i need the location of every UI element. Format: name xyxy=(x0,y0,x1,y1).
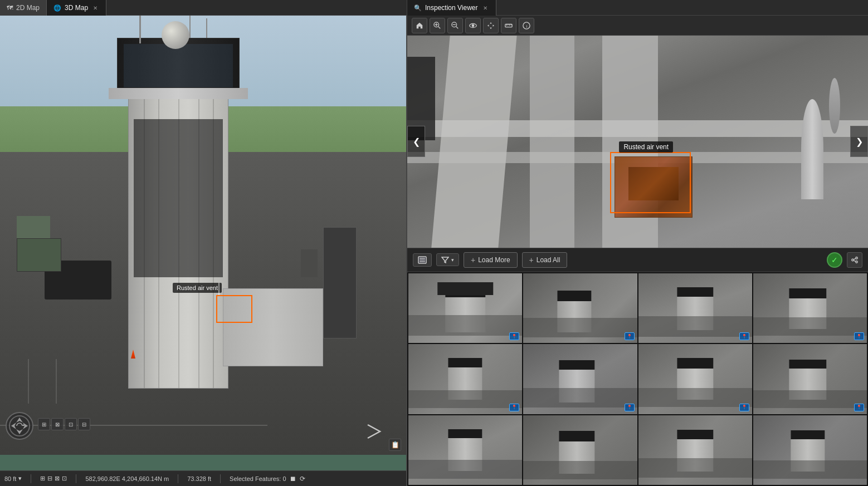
map-tool-2[interactable]: ⊠ xyxy=(51,418,64,430)
home-button[interactable] xyxy=(412,18,427,33)
load-all-label: Load All xyxy=(537,256,560,264)
nav-prev-button[interactable]: ❮ xyxy=(407,126,425,157)
map-2d-icon: 🗺 xyxy=(7,4,13,11)
svg-point-24 xyxy=(856,261,858,263)
svg-point-10 xyxy=(472,24,474,27)
feature-status: Selected Features: 0 ⏹ ⟳ xyxy=(230,475,305,483)
tab-3d-map-label: 3D Map xyxy=(65,4,88,12)
scale-dropdown[interactable]: ▾ xyxy=(18,475,22,482)
thumb-icon-1: 📍 xyxy=(509,332,519,340)
refresh-icon[interactable]: ⟳ xyxy=(300,475,305,483)
svg-text:i: i xyxy=(526,23,528,28)
thumbnail-9[interactable] xyxy=(408,415,522,485)
tab-inspection-viewer-label: Inspection Viewer xyxy=(425,4,478,12)
notes-icon[interactable]: 📋 xyxy=(389,439,401,451)
tab-inspection-viewer-close[interactable]: ✕ xyxy=(481,4,489,12)
svg-point-22 xyxy=(856,257,858,259)
tab-3d-map-close[interactable]: ✕ xyxy=(91,4,99,12)
svg-line-3 xyxy=(438,26,441,28)
map-tools: ⊞ ⊠ ⊡ ⊟ xyxy=(38,418,90,430)
thumbnail-grid: 📍 📍 📍 xyxy=(407,272,868,487)
thumbnail-1[interactable]: 📍 xyxy=(408,273,522,343)
thumbnail-12[interactable] xyxy=(753,415,867,485)
coordinates-value: 582,960.82E 4,204,660.14N m xyxy=(85,475,169,482)
status-bar: 80 ft ▾ ⊞ ⊟ ⊠ ⊡ 582,960.82E 4,204,660.14… xyxy=(0,470,407,486)
map-3d-icon: 🌐 xyxy=(53,4,61,12)
thumbnail-11[interactable] xyxy=(638,415,752,485)
thumbnail-2[interactable]: 📍 xyxy=(523,273,637,343)
scale-item: 80 ft ▾ xyxy=(4,475,22,482)
thumb-icon-8: 📍 xyxy=(854,404,864,411)
share-button[interactable] xyxy=(847,252,862,268)
3d-map-panel: Rusted air vent xyxy=(0,16,407,486)
svg-point-23 xyxy=(852,259,854,261)
map-tool-3[interactable]: ⊡ xyxy=(65,418,77,430)
map-tool-4[interactable]: ⊟ xyxy=(78,418,90,430)
svg-line-25 xyxy=(854,258,856,259)
map-tool-1[interactable]: ⊞ xyxy=(38,418,50,430)
layer-icon: ⊞ xyxy=(40,475,45,482)
thumbnail-5[interactable]: 📍 xyxy=(408,344,522,414)
filter-dropdown-button[interactable]: ▾ xyxy=(436,253,459,266)
thumbnail-3[interactable]: 📍 xyxy=(638,273,752,343)
zoom-out-button[interactable] xyxy=(447,18,463,33)
tab-2d-map[interactable]: 🗺 2D Map xyxy=(0,0,47,16)
layer-filter-button[interactable] xyxy=(413,253,432,267)
inspection-icon: 🔍 xyxy=(414,4,422,12)
nav-next-button[interactable]: ❯ xyxy=(850,126,868,157)
layer-icon3: ⊠ xyxy=(55,475,60,482)
thumbnail-6[interactable]: 📍 xyxy=(523,344,637,414)
coordinates-item: 582,960.82E 4,204,660.14N m xyxy=(85,475,169,482)
pan-control[interactable] xyxy=(6,412,33,440)
info-button[interactable]: i xyxy=(519,18,534,33)
measure-button[interactable] xyxy=(501,18,516,33)
inspection-toolbar: i xyxy=(407,16,868,36)
approve-button[interactable]: ✓ xyxy=(827,252,842,268)
tab-inspection-viewer[interactable]: 🔍 Inspection Viewer ✕ xyxy=(407,0,496,16)
svg-line-7 xyxy=(456,26,459,28)
plus-icon-load-all: + xyxy=(529,256,534,264)
thumb-icon-6: 📍 xyxy=(625,404,635,411)
layer-icon2: ⊟ xyxy=(47,475,52,482)
thumbnail-10[interactable] xyxy=(523,415,637,485)
tab-3d-map[interactable]: 🌐 3D Map ✕ xyxy=(47,0,106,16)
inspection-annotation-label: Rusted air vent xyxy=(619,141,673,153)
feature-label: Selected Features: 0 xyxy=(230,475,286,482)
visibility-button[interactable] xyxy=(465,18,481,33)
inspection-image-area[interactable]: Rusted air vent ❮ ❯ xyxy=(407,36,868,248)
thumbnail-4[interactable]: 📍 xyxy=(753,273,867,343)
load-all-button[interactable]: + Load All xyxy=(522,252,568,268)
bottom-controls-bar: ▾ + Load More + Load All ✓ xyxy=(407,248,868,272)
layer-controls[interactable]: ⊞ ⊟ ⊠ ⊡ xyxy=(40,475,67,482)
elevation-item: 73.328 ft xyxy=(187,475,211,482)
load-more-button[interactable]: + Load More xyxy=(464,252,518,268)
svg-line-26 xyxy=(854,260,856,261)
filter-dropdown-arrow: ▾ xyxy=(451,257,454,263)
thumb-icon-3: 📍 xyxy=(739,332,749,340)
pan-button[interactable] xyxy=(483,18,499,33)
zoom-in-button[interactable] xyxy=(430,18,445,33)
layer-icon4: ⊡ xyxy=(62,475,67,482)
thumbnail-7[interactable]: 📍 xyxy=(638,344,752,414)
thumb-icon-4: 📍 xyxy=(854,332,864,340)
plus-icon-load-more: + xyxy=(471,256,475,264)
thumb-icon-5: 📍 xyxy=(509,404,519,411)
thumbnail-8[interactable]: 📍 xyxy=(753,344,867,414)
stop-icon[interactable]: ⏹ xyxy=(290,475,296,483)
thumb-icon-7: 📍 xyxy=(739,404,749,411)
load-more-label: Load More xyxy=(478,256,510,264)
3d-map-scene[interactable]: Rusted air vent xyxy=(0,16,407,470)
thumb-icon-2: 📍 xyxy=(625,332,635,340)
tab-2d-map-label: 2D Map xyxy=(16,4,40,12)
elevation-value: 73.328 ft xyxy=(187,475,211,482)
inspection-viewer-panel: i Rust xyxy=(407,16,868,486)
scale-value: 80 ft xyxy=(4,475,16,482)
